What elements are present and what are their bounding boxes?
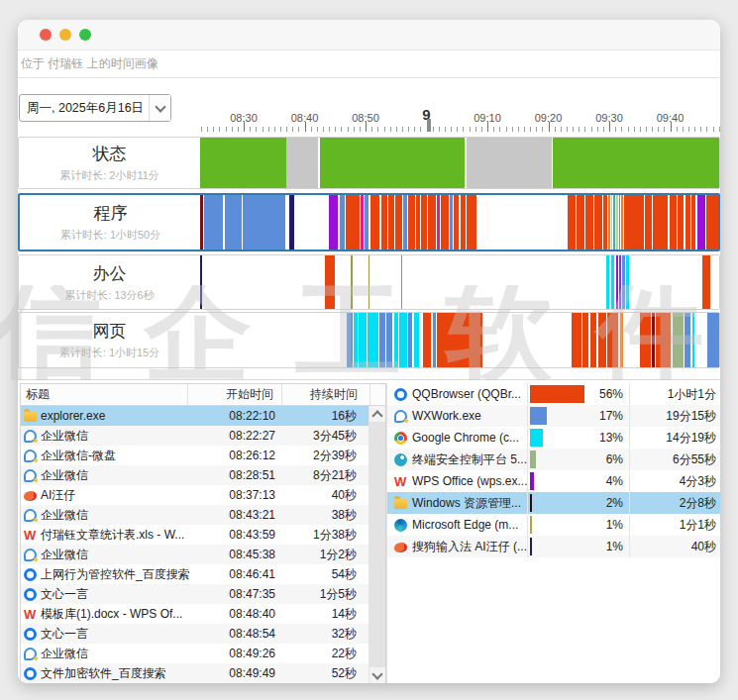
table-row[interactable]: 企业微信08:43:2138秒 xyxy=(21,505,369,525)
timeline-row-状态[interactable]: 状态累计时长: 2小时11分 xyxy=(18,137,720,189)
timeline-segment[interactable] xyxy=(437,313,482,367)
timeline-bars[interactable] xyxy=(200,313,719,367)
table-row[interactable]: 企业微信08:22:273分45秒 xyxy=(21,426,369,446)
timeline-segment[interactable] xyxy=(329,195,338,250)
table-row[interactable]: 文心一言08:47:351分5秒 xyxy=(21,584,369,604)
app-usage-row[interactable]: 终端安全控制平台 5....6%6分55秒 xyxy=(387,449,720,470)
timeline-segment[interactable] xyxy=(691,195,695,250)
timeline-segment[interactable] xyxy=(200,138,286,188)
timeline-segment[interactable] xyxy=(386,313,392,367)
table-row[interactable]: 文心一言08:48:5432秒 xyxy=(21,624,369,644)
timeline-segment[interactable] xyxy=(678,195,684,250)
timeline-segment[interactable] xyxy=(624,195,643,250)
timeline-segment[interactable] xyxy=(379,313,384,367)
timeline-row-网页[interactable]: 网页累计时长: 1小时15分 xyxy=(18,312,720,368)
timeline-segment[interactable] xyxy=(598,313,606,367)
timeline-segment[interactable] xyxy=(616,195,618,250)
timeline-segment[interactable] xyxy=(450,195,453,250)
column-header-duration[interactable]: 持续时间 xyxy=(282,384,370,405)
timeline-segment[interactable] xyxy=(553,138,719,188)
timeline-segment[interactable] xyxy=(394,313,398,367)
timeline-segment[interactable] xyxy=(653,195,669,250)
timeline-segment[interactable] xyxy=(289,195,294,250)
timeline-segment[interactable] xyxy=(622,255,625,309)
app-usage-row[interactable]: Microsoft Edge (m...1%1分1秒 xyxy=(387,514,720,536)
timeline-segment[interactable] xyxy=(707,313,719,367)
timeline-segment[interactable] xyxy=(428,195,436,250)
scroll-up-icon[interactable] xyxy=(369,406,385,422)
timeline-segment[interactable] xyxy=(697,195,705,250)
timeline-segment[interactable] xyxy=(685,195,690,250)
timeline-segment[interactable] xyxy=(616,255,618,309)
timeline-segment[interactable] xyxy=(692,313,694,367)
timeline-segment[interactable] xyxy=(340,195,346,250)
timeline-segment[interactable] xyxy=(346,195,360,250)
timeline-segment[interactable] xyxy=(454,195,460,250)
timeline-segment[interactable] xyxy=(365,195,369,250)
timeline-row-办公[interactable]: 办公累计时长: 13分6秒 xyxy=(18,254,720,310)
timeline-segment[interactable] xyxy=(568,195,575,250)
table-row[interactable]: 文件加密软件_百度搜索08:49:4952秒 xyxy=(21,663,369,683)
table-row[interactable]: 付瑞钰文章统计表.xls - W...08:43:591分38秒 xyxy=(21,525,369,545)
timeline-segment[interactable] xyxy=(621,195,623,250)
app-usage-row[interactable]: WXWork.exe17%19分15秒 xyxy=(387,405,720,427)
timeline-segment[interactable] xyxy=(607,313,618,367)
timeline-segment[interactable] xyxy=(619,195,621,250)
timeline-segment[interactable] xyxy=(645,195,651,250)
timeline-segment[interactable] xyxy=(408,313,412,367)
timeline-segment[interactable] xyxy=(437,195,440,250)
timeline-segment[interactable] xyxy=(626,255,629,309)
timeline-bars[interactable] xyxy=(200,195,718,250)
timeline-segment[interactable] xyxy=(243,195,284,250)
timeline-segment[interactable] xyxy=(620,313,623,367)
table-row[interactable]: 企业微信08:45:381分2秒 xyxy=(21,545,369,564)
chevron-down-icon[interactable] xyxy=(149,95,170,121)
table-row[interactable]: 企业微信08:49:2622秒 xyxy=(21,644,369,663)
app-usage-row[interactable]: 搜狗输入法 AI汪仔 (...1%40秒 xyxy=(387,536,720,557)
table-scrollbar[interactable] xyxy=(369,406,385,683)
timeline-segment[interactable] xyxy=(706,195,718,250)
timeline-segment[interactable] xyxy=(611,255,614,309)
timeline-segment[interactable] xyxy=(461,195,467,250)
timeline-segment[interactable] xyxy=(606,255,609,309)
timeline-segment[interactable] xyxy=(381,195,388,250)
timeline-segment[interactable] xyxy=(320,138,465,188)
timeline-segment[interactable] xyxy=(200,195,203,250)
timeline-segment[interactable] xyxy=(673,313,684,367)
table-row[interactable]: 模板库(1).docx - WPS Of...08:48:4014秒 xyxy=(21,604,369,624)
close-button[interactable] xyxy=(40,29,52,41)
timeline-segment[interactable] xyxy=(590,313,596,367)
maximize-button[interactable] xyxy=(79,29,91,41)
timeline-segment[interactable] xyxy=(403,195,407,250)
app-usage-row[interactable]: Windows 资源管理...2%2分8秒 xyxy=(387,492,720,514)
timeline-segment[interactable] xyxy=(702,255,709,309)
timeline-segment[interactable] xyxy=(200,255,202,309)
timeline-segment[interactable] xyxy=(361,195,364,250)
timeline-segment[interactable] xyxy=(421,195,426,250)
timeline-segment[interactable] xyxy=(467,138,552,188)
timeline-segment[interactable] xyxy=(640,313,651,367)
timeline-segment[interactable] xyxy=(603,195,607,250)
timeline-segment[interactable] xyxy=(408,195,414,250)
timeline-segment[interactable] xyxy=(395,195,402,250)
timeline-segment[interactable] xyxy=(685,313,690,367)
timeline-segment[interactable] xyxy=(619,255,621,309)
timeline-segment[interactable] xyxy=(204,195,223,250)
timeline-segment[interactable] xyxy=(416,195,421,250)
timeline-segment[interactable] xyxy=(401,255,403,309)
column-header-start-time[interactable]: 开始时间 xyxy=(188,384,282,405)
table-row[interactable]: 企业微信08:28:518分21秒 xyxy=(21,465,369,485)
timeline-segment[interactable] xyxy=(359,313,366,367)
timeline-segment[interactable] xyxy=(611,195,613,250)
timeline-segment[interactable] xyxy=(369,255,370,309)
timeline-segment[interactable] xyxy=(594,195,602,250)
timeline-segment[interactable] xyxy=(656,313,671,367)
timeline-segment[interactable] xyxy=(368,313,377,367)
timeline-segment[interactable] xyxy=(670,195,677,250)
minimize-button[interactable] xyxy=(59,29,71,41)
column-header-title[interactable]: 标题 xyxy=(21,384,188,405)
timeline-segment[interactable] xyxy=(572,313,580,367)
timeline-segment[interactable] xyxy=(577,195,584,250)
timeline-segment[interactable] xyxy=(613,195,615,250)
timeline-segment[interactable] xyxy=(286,138,318,188)
